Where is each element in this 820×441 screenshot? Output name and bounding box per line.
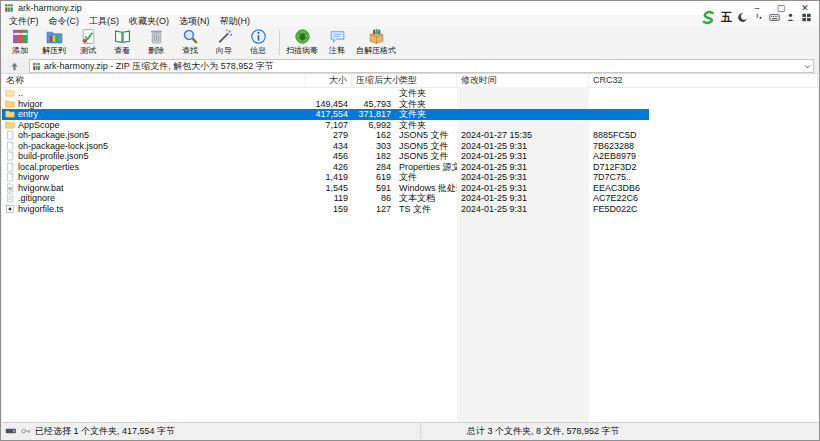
delete-icon: [148, 28, 165, 45]
table-row[interactable]: AppScope7,1076,992文件夹: [2, 120, 649, 131]
cell-type: 文件: [395, 172, 457, 183]
column-header-2[interactable]: 压缩后大小: [352, 74, 395, 87]
cell-name: hvigorw.bat: [2, 183, 306, 194]
cell-size: 7,107: [306, 120, 352, 131]
key-icon: [20, 425, 32, 437]
file-rows: ..文件夹hvigor149,45445,793文件夹entry417,5543…: [2, 88, 649, 214]
disk-icon: [5, 425, 17, 437]
table-row[interactable]: hvigorw1,419619文件2024-01-25 9:317D7C75..: [2, 172, 649, 183]
toolbar-button-info[interactable]: 信息: [241, 28, 275, 56]
person-icon[interactable]: [785, 12, 796, 23]
column-header-3[interactable]: 类型: [395, 74, 457, 87]
find-icon: [182, 28, 199, 45]
cell-packed: 86: [352, 193, 395, 204]
virus-scan-icon: [294, 28, 311, 45]
toolbar-button-add-archive[interactable]: 添加: [3, 28, 37, 56]
punctuation-icon[interactable]: [753, 12, 764, 23]
file-name: AppScope: [18, 120, 60, 131]
menu-item-5[interactable]: 帮助(H): [215, 15, 256, 27]
moon-icon[interactable]: [737, 12, 748, 23]
status-bar: 已经选择 1 个文件夹, 417,554 字节 总计 3 个文件夹, 8 文件,…: [2, 422, 818, 439]
menu-item-1[interactable]: 命令(C): [44, 15, 85, 27]
cell-modified: 2024-01-25 9:31: [457, 151, 589, 162]
ime-mode-label[interactable]: 五: [721, 10, 732, 25]
file-icon: [5, 162, 15, 172]
cell-packed: 45,793: [352, 99, 395, 110]
cell-type: 文件夹: [395, 99, 457, 110]
info-icon: [250, 28, 267, 45]
cell-crc: 8885FC5D: [589, 130, 649, 141]
zip-archive-icon: [32, 62, 41, 71]
table-row[interactable]: hvigor149,45445,793文件夹: [2, 99, 649, 110]
toolbar-button-wizard[interactable]: 向导: [207, 28, 241, 56]
file-icon: [5, 151, 15, 161]
toolbar-separator: [279, 30, 280, 55]
archive-path-text: ark-harmony.zip - ZIP 压缩文件, 解包大小为 578,95…: [44, 60, 274, 73]
table-row[interactable]: oh-package.json5279162JSON5 文件2024-01-27…: [2, 130, 649, 141]
cell-type: JSON5 文件: [395, 130, 457, 141]
archive-path-combobox[interactable]: ark-harmony.zip - ZIP 压缩文件, 解包大小为 578,95…: [29, 59, 814, 73]
table-row[interactable]: .gitignore11986文本文档2024-01-25 9:31AC7E22…: [2, 193, 649, 204]
cell-type: 文件夹: [395, 88, 457, 99]
cell-packed: 619: [352, 172, 395, 183]
menu-item-2[interactable]: 工具(S): [84, 15, 124, 27]
toolbar-button-comment[interactable]: 注释: [320, 28, 354, 56]
file-name: hvigor: [18, 99, 43, 110]
wizard-icon: [216, 28, 233, 45]
table-row[interactable]: build-profile.json5456182JSON5 文件2024-01…: [2, 151, 649, 162]
cell-name: oh-package-lock.json5: [2, 141, 306, 152]
toolbar-button-label: 自解压格式: [356, 45, 396, 56]
extract-to-icon: [46, 28, 63, 45]
cell-packed: 371,817: [352, 109, 395, 120]
toolbar-button-label: 信息: [250, 45, 266, 56]
table-row[interactable]: ..文件夹: [2, 88, 649, 99]
folder-icon: [5, 109, 15, 119]
cell-modified: 2024-01-25 9:31: [457, 162, 589, 173]
column-header-1[interactable]: 大小: [306, 74, 352, 87]
toolbox-icon[interactable]: [801, 12, 812, 23]
menu-item-4[interactable]: 选项(N): [174, 15, 215, 27]
cell-size: 1,419: [306, 172, 352, 183]
column-header-0[interactable]: 名称: [2, 74, 306, 87]
toolbar-button-delete[interactable]: 删除: [139, 28, 173, 56]
toolbar-button-label: 查找: [182, 45, 198, 56]
file-name: oh-package-lock.json5: [18, 141, 108, 152]
table-row[interactable]: entry417,554371,817文件夹: [2, 109, 649, 120]
toolbar-button-view-file[interactable]: 查看: [105, 28, 139, 56]
toolbar-button-virus-scan[interactable]: 扫描病毒: [284, 28, 320, 56]
file-icon: [5, 172, 15, 182]
toolbar-button-extract-to[interactable]: 解压到: [37, 28, 71, 56]
toolbar-button-label: 删除: [148, 45, 164, 56]
toolbar-button-label: 注释: [329, 45, 345, 56]
table-row[interactable]: hvigorfile.ts159127TS 文件2024-01-25 9:31F…: [2, 204, 649, 215]
up-directory-button[interactable]: [3, 60, 25, 73]
cell-modified: 2024-01-25 9:31: [457, 172, 589, 183]
chevron-down-icon[interactable]: [803, 62, 812, 71]
table-row[interactable]: hvigorw.bat1,545591Windows 批处理...2024-01…: [2, 183, 649, 194]
toolbar-button-test-archive[interactable]: 测试: [71, 28, 105, 56]
cell-crc: D712F3D2: [589, 162, 649, 173]
toolbar-button-sfx[interactable]: 自解压格式: [354, 28, 398, 56]
menu-item-3[interactable]: 收藏夹(O): [124, 15, 174, 27]
cell-crc: FE5D022C: [589, 204, 649, 215]
cell-crc: 7D7C75..: [589, 172, 649, 183]
cell-name: AppScope: [2, 120, 306, 131]
cell-packed: 6,992: [352, 120, 395, 131]
toolbar-button-find[interactable]: 查找: [173, 28, 207, 56]
toolbar-button-label: 解压到: [42, 45, 66, 56]
cell-name: hvigorw: [2, 172, 306, 183]
sogou-logo-icon[interactable]: [701, 10, 716, 25]
cell-crc: AC7E22C6: [589, 193, 649, 204]
column-header-5[interactable]: CRC32: [589, 74, 818, 87]
file-icon: [5, 141, 15, 151]
add-archive-icon: [12, 28, 29, 45]
file-icon: [5, 130, 15, 140]
cell-name: hvigorfile.ts: [2, 204, 306, 215]
column-header-4[interactable]: 修改时间: [457, 74, 589, 87]
menu-item-0[interactable]: 文件(F): [4, 15, 44, 27]
cell-size: 159: [306, 204, 352, 215]
table-row[interactable]: local.properties426284Properties 源文件2024…: [2, 162, 649, 173]
keyboard-icon[interactable]: [769, 12, 780, 23]
cell-modified: 2024-01-25 9:31: [457, 183, 589, 194]
table-row[interactable]: oh-package-lock.json5434303JSON5 文件2024-…: [2, 141, 649, 152]
